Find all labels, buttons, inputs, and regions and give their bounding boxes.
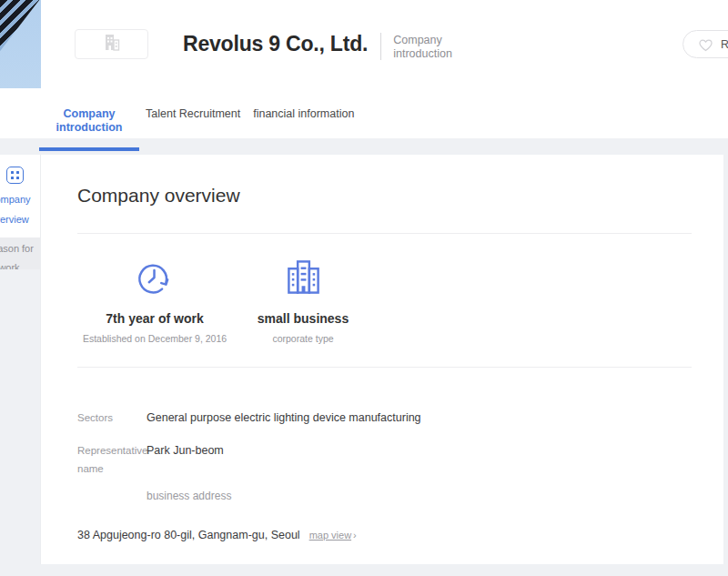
detail-value: General purpose electric lighting device… [147,409,421,427]
stat-label: small business [230,311,376,326]
detail-row-representative: Representative name Park Jun-beom [77,441,692,478]
title-divider [380,33,381,60]
detail-label [77,487,147,505]
stat-sub: Established on December 9, 2016 [82,333,228,344]
active-tab-underline [39,147,139,151]
divider [77,367,692,368]
follow-button[interactable]: Re [682,30,728,58]
grid-icon [6,167,24,184]
tab-company-introduction[interactable]: Company introduction [39,107,139,135]
stat-corporate-type: small business corporate type [230,258,376,344]
map-view-link[interactable]: map view [309,530,351,541]
company-details: Sectors General purpose electric lightin… [77,409,692,505]
address-text: 38 Apgujeong-ro 80-gil, Gangnam-gu, Seou… [77,529,300,541]
company-logo-placeholder [75,29,148,59]
page-type-label: Company introduction [393,31,457,61]
stat-sub: corporate type [230,333,376,344]
building-icon [101,33,122,56]
stat-years-of-work: 7th year of work Established on December… [82,258,228,344]
chevron-right-icon: › [353,530,357,541]
section-sidebar: Company overview Reason for work [0,155,40,269]
content-area: Company overview Reason for work Company… [0,138,728,576]
detail-value: Park Jun-beom [147,441,224,478]
tab-financial-information[interactable]: financial information [253,107,354,121]
heart-icon [698,37,713,52]
company-overview-panel: Company overview 7th year of work Establ… [40,155,723,564]
sidebar-item-company-overview[interactable]: Company overview [0,189,40,229]
company-stats: 7th year of work Established on December… [82,258,692,344]
title-block: Revolus 9 Co., Ltd. Company introduction [183,31,457,61]
detail-label: Representative name [77,441,147,478]
company-name: Revolus 9 Co., Ltd. [183,31,368,56]
office-building-icon [230,258,376,296]
sidebar-items: Company overview Reason for work [0,184,40,269]
follow-button-label: Re [721,38,728,51]
divider [77,233,692,234]
cover-photo-stripes [0,0,41,88]
detail-label: Sectors [77,409,147,427]
company-address: 38 Apgujeong-ro 80-gil, Gangnam-gu, Seou… [77,529,692,541]
detail-value: business address [147,487,231,505]
sidebar-item-reason-for-work[interactable]: Reason for work [0,237,40,269]
history-clock-icon [82,258,228,296]
page-title: Company overview [77,185,692,207]
company-cover-photo [0,0,41,88]
tab-talent-recruitment[interactable]: Talent Recruitment [146,107,240,121]
detail-row-business-address: business address [77,487,692,505]
stat-label: 7th year of work [82,311,228,326]
company-tab-bar: Company introduction Talent Recruitment … [0,88,728,138]
detail-row-sectors: Sectors General purpose electric lightin… [77,409,692,427]
